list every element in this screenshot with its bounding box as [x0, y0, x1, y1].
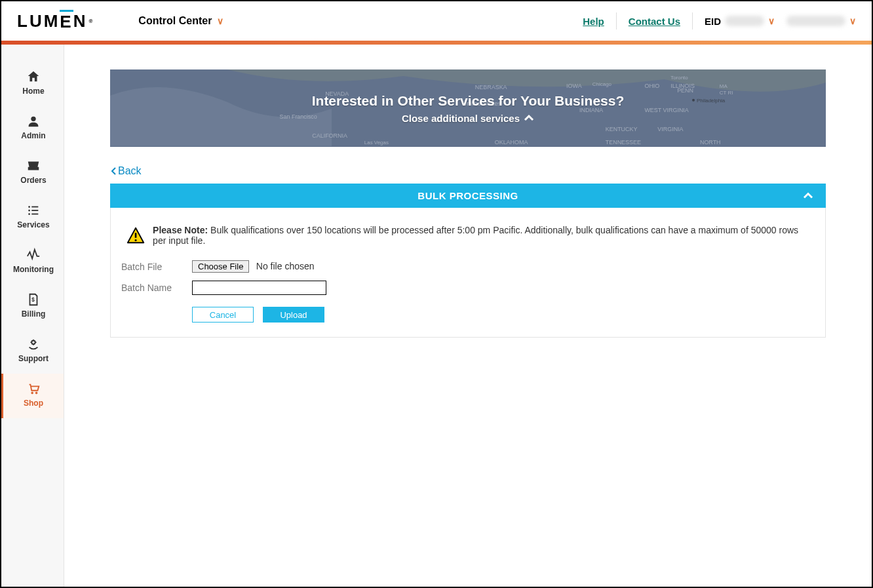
batch-file-label: Batch File	[121, 262, 174, 272]
svg-point-36	[134, 239, 136, 241]
layout: Home Admin Orders Services Monitoring $ …	[1, 45, 872, 587]
activity-icon	[26, 248, 41, 262]
svg-text:NORTH: NORTH	[700, 139, 721, 146]
svg-text:MA: MA	[720, 83, 728, 89]
svg-text:VIRGINIA: VIRGINIA	[657, 126, 683, 132]
svg-text:WEST VIRGINIA: WEST VIRGINIA	[644, 107, 688, 113]
sidebar: Home Admin Orders Services Monitoring $ …	[1, 45, 64, 587]
svg-text:Toronto: Toronto	[670, 75, 688, 81]
svg-text:Chicago: Chicago	[592, 81, 612, 87]
batch-name-input[interactable]	[192, 281, 326, 295]
chevron-down-icon: ∨	[768, 16, 775, 26]
invoice-icon: $	[26, 292, 41, 307]
svg-text:CALIFORNIA: CALIFORNIA	[312, 132, 347, 139]
main: NEVADA NEBRASKA IOWA United States San F…	[64, 45, 872, 587]
svg-text:Las Vegas: Las Vegas	[364, 140, 389, 146]
contact-link[interactable]: Contact Us	[629, 16, 680, 27]
chevron-down-icon: ∨	[849, 16, 856, 26]
sidebar-item-shop[interactable]: Shop	[1, 374, 64, 418]
warning-icon	[126, 226, 145, 245]
eid-dropdown[interactable]: EID ∨	[705, 16, 775, 27]
control-center-dropdown[interactable]: Control Center ∨	[138, 15, 223, 27]
svg-rect-2	[31, 206, 38, 208]
sidebar-item-label: Services	[17, 220, 49, 229]
gear-hands-icon	[26, 337, 41, 351]
svg-text:OHIO: OHIO	[644, 83, 659, 89]
back-link[interactable]: Back	[110, 165, 142, 177]
home-icon	[26, 69, 41, 84]
back-label: Back	[118, 165, 142, 177]
divider	[692, 12, 693, 29]
svg-text:TENNESSEE: TENNESSEE	[606, 139, 641, 146]
inbox-icon	[26, 159, 41, 173]
panel-body: Please Note: Bulk qualifications over 15…	[110, 208, 826, 338]
chevron-up-icon	[524, 114, 534, 122]
button-row: Cancel Upload	[192, 307, 815, 323]
eid-label: EID	[705, 16, 721, 27]
header-right: Help Contact Us EID ∨ ∨	[583, 12, 856, 29]
user-icon	[26, 114, 41, 128]
sidebar-item-support[interactable]: Support	[1, 329, 64, 374]
svg-point-3	[28, 210, 30, 212]
control-center-label: Control Center	[138, 15, 212, 27]
list-icon	[26, 203, 41, 218]
batch-name-row: Batch Name	[121, 277, 815, 299]
user-name-redacted	[786, 16, 845, 26]
cancel-button[interactable]: Cancel	[192, 307, 254, 323]
svg-text:KENTUCKY: KENTUCKY	[606, 126, 638, 132]
sidebar-item-label: Home	[22, 87, 44, 96]
sidebar-item-services[interactable]: Services	[1, 195, 64, 240]
svg-text:$: $	[31, 297, 35, 303]
sidebar-item-label: Orders	[20, 176, 46, 185]
sidebar-item-orders[interactable]: Orders	[1, 151, 64, 195]
chevron-down-icon: ∨	[217, 16, 223, 26]
sidebar-item-label: Shop	[24, 399, 43, 408]
eid-value-redacted	[725, 16, 764, 26]
banner: NEVADA NEBRASKA IOWA United States San F…	[110, 69, 826, 147]
svg-rect-4	[31, 210, 38, 211]
cart-icon	[26, 382, 41, 396]
svg-text:IOWA: IOWA	[566, 83, 582, 89]
svg-rect-35	[135, 233, 137, 237]
note-label: Please Note:	[153, 225, 208, 235]
logo: LUMEN®	[17, 10, 92, 32]
header: LUMEN® Control Center ∨ Help Contact Us …	[1, 1, 872, 41]
svg-point-5	[28, 213, 30, 215]
note: Please Note: Bulk qualifications over 15…	[121, 221, 815, 256]
divider	[616, 12, 617, 29]
svg-text:NEBRASKA: NEBRASKA	[475, 84, 507, 90]
chevron-left-icon	[110, 167, 117, 176]
sidebar-item-monitoring[interactable]: Monitoring	[1, 240, 64, 284]
svg-point-10	[35, 392, 37, 394]
help-link[interactable]: Help	[583, 16, 604, 27]
note-body: Bulk qualifications over 150 locations w…	[153, 225, 798, 246]
batch-name-label: Batch Name	[121, 283, 174, 293]
svg-text:CT RI: CT RI	[720, 90, 733, 96]
sidebar-item-admin[interactable]: Admin	[1, 106, 64, 151]
batch-file-row: Batch File Choose File No file chosen	[121, 256, 815, 277]
svg-point-9	[31, 392, 33, 394]
banner-close-toggle[interactable]: Close additional services	[402, 113, 534, 124]
svg-point-27	[692, 99, 695, 102]
panel-title: BULK PROCESSING	[417, 190, 518, 201]
sidebar-item-label: Support	[18, 354, 48, 363]
sidebar-item-billing[interactable]: $ Billing	[1, 284, 64, 329]
file-status: No file chosen	[256, 261, 315, 271]
banner-title: Interested in Other Services for Your Bu…	[312, 93, 625, 109]
choose-file-button[interactable]: Choose File	[192, 260, 249, 273]
sidebar-item-label: Billing	[22, 309, 46, 319]
file-input-wrapper: Choose File No file chosen	[192, 260, 315, 273]
svg-text:Philadelphia: Philadelphia	[697, 98, 726, 104]
user-dropdown[interactable]: ∨	[786, 16, 856, 26]
sidebar-item-home[interactable]: Home	[1, 62, 64, 106]
svg-text:ILLINOIS: ILLINOIS	[670, 83, 695, 89]
svg-text:OKLAHOMA: OKLAHOMA	[495, 139, 528, 146]
svg-point-1	[28, 206, 30, 208]
banner-close-label: Close additional services	[402, 113, 520, 124]
svg-point-0	[31, 117, 35, 121]
sidebar-item-label: Admin	[21, 131, 45, 140]
svg-rect-6	[31, 214, 38, 215]
upload-button[interactable]: Upload	[263, 307, 324, 323]
panel-collapse-toggle[interactable]	[802, 190, 814, 201]
chevron-up-icon	[802, 191, 814, 199]
